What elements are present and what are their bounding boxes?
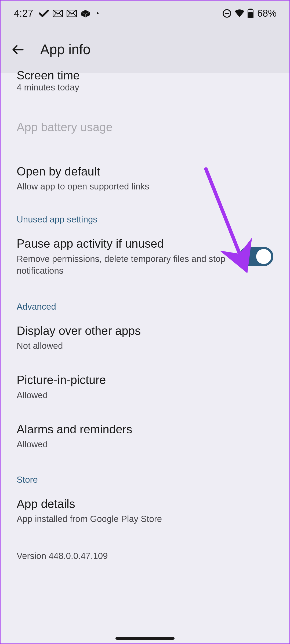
setting-title: Alarms and reminders bbox=[17, 422, 273, 437]
toggle-knob bbox=[256, 249, 271, 264]
back-button[interactable] bbox=[10, 42, 25, 57]
setting-title: App details bbox=[17, 496, 273, 511]
setting-title: Open by default bbox=[17, 164, 273, 179]
setting-pause-app-activity[interactable]: Pause app activity if unused Remove perm… bbox=[1, 228, 289, 285]
arrow-back-icon bbox=[11, 43, 24, 56]
setting-alarms-reminders[interactable]: Alarms and reminders Allowed bbox=[1, 409, 289, 458]
setting-title: Display over other apps bbox=[17, 323, 273, 338]
wifi-icon bbox=[234, 9, 245, 18]
mail-icon bbox=[67, 10, 77, 17]
section-header-advanced: Advanced bbox=[1, 285, 289, 315]
setting-subtitle: Allow app to open supported links bbox=[17, 181, 273, 193]
setting-subtitle: App installed from Google Play Store bbox=[17, 513, 273, 525]
setting-app-details[interactable]: App details App installed from Google Pl… bbox=[1, 488, 289, 533]
setting-open-by-default[interactable]: Open by default Allow app to open suppor… bbox=[1, 145, 289, 200]
setting-picture-in-picture[interactable]: Picture-in-picture Allowed bbox=[1, 359, 289, 409]
page-title: App info bbox=[40, 42, 90, 57]
mail-icon bbox=[53, 10, 63, 17]
setting-title: Picture-in-picture bbox=[17, 372, 273, 387]
battery-icon bbox=[248, 9, 253, 18]
checkmark-icon bbox=[39, 10, 49, 17]
setting-subtitle: Not allowed bbox=[17, 340, 273, 352]
pause-activity-toggle[interactable] bbox=[239, 247, 273, 266]
setting-title: Screen time bbox=[17, 70, 273, 80]
setting-title: App battery usage bbox=[17, 119, 273, 135]
settings-list: Screen time 4 minutes today App battery … bbox=[1, 70, 289, 571]
setting-app-battery-usage: App battery usage bbox=[1, 101, 289, 145]
more-notifications-dot-icon bbox=[97, 12, 99, 14]
app-bar: App info bbox=[1, 26, 289, 73]
setting-title: Pause app activity if unused bbox=[17, 236, 228, 251]
battery-percentage: 68% bbox=[257, 8, 277, 19]
setting-subtitle: Allowed bbox=[17, 389, 273, 401]
setting-subtitle: 4 minutes today bbox=[17, 82, 273, 94]
section-header-unused: Unused app settings bbox=[1, 200, 289, 228]
setting-display-over-apps[interactable]: Display over other apps Not allowed bbox=[1, 315, 289, 360]
setting-screen-time[interactable]: Screen time 4 minutes today bbox=[1, 70, 289, 101]
version-text: Version 448.0.0.47.109 bbox=[1, 541, 289, 571]
status-left: 4:27 bbox=[14, 8, 99, 19]
navigation-bar-handle[interactable] bbox=[115, 637, 175, 640]
section-header-store: Store bbox=[1, 458, 289, 488]
status-bar: 4:27 68% bbox=[1, 1, 289, 26]
do-not-disturb-icon bbox=[222, 9, 231, 18]
box-icon bbox=[81, 9, 90, 17]
svg-rect-6 bbox=[248, 12, 253, 18]
setting-subtitle: Allowed bbox=[17, 438, 273, 451]
status-time: 4:27 bbox=[14, 8, 33, 19]
status-right: 68% bbox=[222, 8, 277, 19]
setting-subtitle: Remove permissions, delete temporary fil… bbox=[17, 253, 228, 277]
